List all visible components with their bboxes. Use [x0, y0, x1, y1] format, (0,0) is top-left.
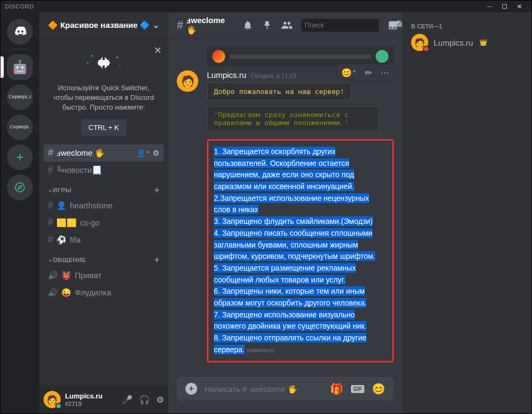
more-icon[interactable]: ⋯ [376, 64, 393, 81]
message-timestamp: Сегодня, в 11:23 [250, 72, 296, 79]
rules-text: 1. Запрещается оскорблять других пользов… [214, 147, 375, 354]
edit-icon[interactable]: ✏ [361, 64, 376, 81]
search-box[interactable]: 🔍 [301, 19, 379, 32]
svg-point-1 [91, 55, 93, 57]
deafen-icon[interactable]: 🎧 [139, 395, 150, 405]
user-panel: 🧑 Lumpics.ru #2719 🎤 🎧 ⚙ [39, 386, 168, 413]
message: 🧑 😊⁺ ✏ ⋯ Lumpics.ru Сегодня, в 11:23 Доб… [177, 70, 394, 362]
member-item[interactable]: 🧑 Lumpics.ru 👑 [407, 32, 527, 53]
previous-message-fragment [207, 47, 394, 66]
gif-button[interactable]: GIF [351, 385, 364, 393]
app-name: DISCORD [5, 3, 34, 10]
channel-news[interactable]: # ╚новости📃 [44, 162, 164, 179]
svg-point-4 [119, 65, 120, 66]
edited-label: (изменено) [247, 347, 275, 353]
svg-point-0 [16, 183, 25, 192]
member-name: Lumpics.ru [434, 38, 473, 47]
voice-private[interactable]: 🔊👹 Приват [44, 267, 164, 284]
hash-icon: # [177, 18, 183, 32]
notifications-icon[interactable] [242, 20, 253, 31]
explore-servers-button[interactable] [7, 175, 33, 200]
server-header[interactable]: 🔶 Красивое название 🔷 ⌄ [39, 12, 168, 38]
members-icon[interactable] [281, 19, 293, 31]
message-input[interactable] [205, 384, 322, 394]
hash-icon: # [48, 147, 53, 158]
rules-highlight-box: 1. Запрещается оскорблять других пользов… [207, 139, 394, 362]
svg-point-3 [117, 57, 118, 59]
home-button[interactable] [7, 19, 33, 45]
mute-icon[interactable]: 🎤 [122, 395, 133, 405]
main-area: #ⅎweclome 🖐 🔍 ? 🧑 😊⁺ [168, 12, 402, 413]
title-bar: DISCORD ─ ☐ ✕ [1, 1, 531, 12]
server-icon-selected[interactable]: 🤖 [7, 54, 33, 80]
svg-point-2 [87, 62, 89, 64]
owner-crown-icon: 👑 [479, 39, 487, 46]
intro-codeblock: 'Предлагаем сразу ознакомиться с правила… [207, 106, 379, 132]
channel-header: #ⅎweclome 🖐 🔍 ? [168, 12, 402, 38]
gift-icon[interactable]: 🎁 [330, 382, 343, 395]
message-actions: 😊⁺ ✏ ⋯ [336, 64, 394, 82]
quick-switcher-button[interactable]: CTRL + K [81, 119, 127, 136]
member-avatar: 🧑 [411, 34, 428, 51]
user-name: Lumpics.ru [65, 392, 103, 401]
message-author[interactable]: Lumpics.ru [207, 70, 246, 79]
quick-switcher-text: Используйте Quick Switcher, чтобы переме… [48, 83, 160, 113]
window-minimize-button[interactable]: ─ [482, 3, 497, 10]
channel-hearthstone[interactable]: #👤 hearthstone [44, 197, 164, 214]
server-icon-2[interactable]: СервepL.r [7, 84, 33, 110]
category-chat[interactable]: ⌄ ОБЩЕНИЕ + [44, 249, 164, 267]
settings-icon[interactable]: ⚙ [156, 395, 164, 405]
close-icon[interactable]: ✕ [154, 45, 162, 56]
attach-button[interactable]: + [185, 383, 197, 395]
message-input-bar: + 🎁 GIF 😊 [168, 377, 402, 413]
window-close-button[interactable]: ✕ [512, 3, 527, 10]
quick-switcher-art [48, 47, 160, 79]
invite-icon[interactable]: 👤⁺ [136, 149, 149, 157]
channel-sidebar: 🔶 Красивое название 🔷 ⌄ ✕ Используйте Qu… [39, 12, 168, 413]
welcome-codeblock: Добро пожаловать на наш сервер! [207, 83, 351, 100]
member-list: В СЕТИ—1 🧑 Lumpics.ru 👑 [402, 12, 531, 413]
window-maximize-button[interactable]: ☐ [497, 3, 512, 10]
search-input[interactable] [305, 21, 395, 29]
server-list: 🤖 СервepL.r СервepL + [1, 12, 39, 413]
category-games[interactable]: ⌄ ИГРЫ + [44, 179, 164, 197]
message-avatar[interactable]: 🧑 [177, 70, 198, 92]
message-list[interactable]: 🧑 😊⁺ ✏ ⋯ Lumpics.ru Сегодня, в 11:23 Доб… [168, 38, 402, 377]
pinned-icon[interactable] [262, 20, 272, 31]
add-server-button[interactable]: + [7, 144, 33, 170]
inbox-icon[interactable] [387, 20, 398, 31]
add-channel-icon[interactable]: + [154, 255, 160, 265]
channel-csgo[interactable]: #🟨🟨 cs-go [44, 214, 164, 231]
add-channel-icon[interactable]: + [154, 185, 160, 195]
emoji-icon[interactable]: 😊 [372, 382, 385, 395]
add-reaction-icon[interactable]: 😊⁺ [337, 64, 361, 81]
channel-title: ⅎweclome 🖐 [186, 16, 225, 35]
server-name: 🔶 Красивое название 🔷 [48, 20, 150, 30]
members-online-header: В СЕТИ—1 [407, 21, 527, 32]
channel-fifa[interactable]: #⚽ fifa [44, 231, 164, 249]
chevron-down-icon: ⌄ [153, 20, 160, 30]
user-avatar[interactable]: 🧑 [44, 391, 61, 408]
voice-flood[interactable]: 🔊😜 Флудилка [44, 284, 164, 301]
hash-icon: # [48, 164, 53, 176]
server-icon-3[interactable]: СервepL [7, 114, 33, 140]
channel-settings-icon[interactable]: ⚙ [153, 149, 160, 157]
user-tag: #2719 [65, 401, 103, 407]
quick-switcher-panel: ✕ Используйте Quick Switcher, чтобы пере… [39, 38, 168, 144]
channel-welcome[interactable]: # ⅎweclome 🖐 👤⁺ ⚙ [44, 144, 164, 162]
